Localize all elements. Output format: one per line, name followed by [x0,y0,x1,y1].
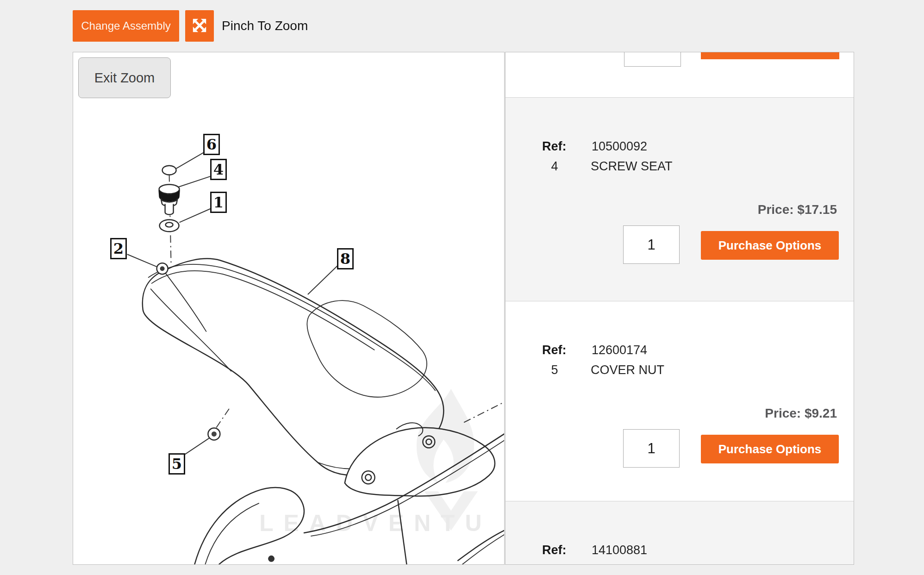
exit-zoom-button[interactable]: Exit Zoom [78,57,171,98]
part-number: 12600174 [592,343,647,357]
price-text: Price: $9.21 [765,406,837,421]
pinch-to-zoom-label: Pinch To Zoom [222,10,308,42]
quantity-input[interactable] [623,225,680,264]
part-number: 10500092 [592,139,647,154]
part-description: SCREW SEAT [591,159,673,174]
change-assembly-button[interactable]: Change Assembly [73,10,179,42]
parts-row-partial [506,52,854,98]
diagram-panel[interactable]: LEADVENTU Exit Zoom 6 4 1 2 8 5 [73,52,505,565]
ref-label: Ref: [542,139,567,154]
exploded-seat-diagram: LEADVENTU [73,52,504,564]
purchase-options-button-partial[interactable] [701,52,839,59]
callout-5: 5 [169,453,185,475]
callout-4: 4 [210,159,227,180]
price-text: Price: $17.15 [758,202,837,217]
quantity-input[interactable] [623,429,680,468]
purchase-options-button[interactable]: Purchase Options [701,435,839,463]
part-description: EMBLEM SEAT [591,563,679,565]
ref-label: Ref: [542,543,567,557]
purchase-options-button[interactable]: Purchase Options [701,231,839,260]
ref-position: 6 [542,563,567,565]
ref-position: 5 [542,363,567,377]
parts-row-cover-nut: Ref: 12600174 5 COVER NUT Price: $9.21 P… [506,301,854,501]
parts-row-screw-seat: Ref: 10500092 4 SCREW SEAT Price: $17.15… [506,98,854,301]
ref-position: 4 [542,159,567,174]
page: Change Assembly Pinch To Zoom [0,0,924,575]
quantity-input-partial[interactable] [624,52,681,67]
parts-list-panel[interactable]: Ref: 10500092 4 SCREW SEAT Price: $17.15… [505,52,854,565]
watermark-text: LEADVENTU [259,510,492,536]
parts-row-emblem-seat: Ref: 14100881 6 EMBLEM SEAT [506,501,854,565]
part-description: COVER NUT [591,363,664,377]
ref-label: Ref: [542,343,567,357]
expand-arrows-icon [192,18,207,35]
part-number: 14100881 [592,543,647,557]
callout-2: 2 [110,238,127,259]
callout-1: 1 [210,192,227,213]
callout-8: 8 [337,248,354,269]
pinch-zoom-icon-button[interactable] [185,10,214,42]
callout-6: 6 [203,134,220,155]
